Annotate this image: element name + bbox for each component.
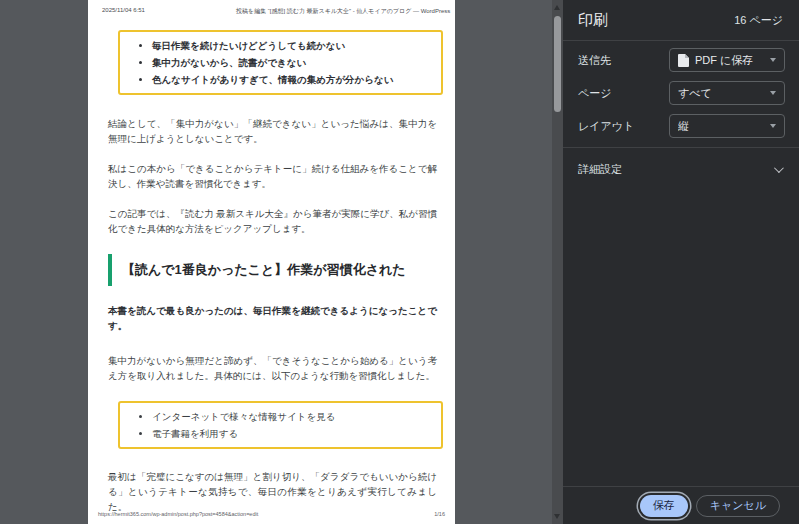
scroll-up-icon[interactable] (554, 5, 560, 10)
pages-value: すべて (678, 86, 770, 101)
panel-footer: 保存 キャンセル (563, 486, 799, 524)
list-item: 毎日作業を続けたいけどどうしても続かない (152, 37, 433, 54)
preview-scrollbar[interactable] (552, 0, 563, 524)
save-button[interactable]: 保存 (640, 495, 688, 517)
destination-row: 送信先 PDF に保存 (578, 48, 785, 72)
print-page-header: 2025/11/04 6:51 投稿を編集 “[感想] 読む力 最新スキル大全”… (88, 0, 455, 26)
panel-header: 印刷 16 ページ (563, 0, 799, 41)
destination-value: PDF に保存 (695, 53, 770, 68)
paragraph: この記事では、『読む力 最新スキル大全』から筆者が実際に学び、私が習慣化できた具… (108, 206, 437, 236)
pages-dropdown[interactable]: すべて (669, 81, 785, 105)
scroll-down-icon[interactable] (554, 514, 560, 519)
more-settings-label: 詳細設定 (578, 162, 622, 177)
pages-label: ページ (578, 86, 612, 101)
scrollbar-thumb[interactable] (554, 16, 561, 112)
document-page: 2025/11/04 6:51 投稿を編集 “[感想] 読む力 最新スキル大全”… (88, 0, 455, 524)
section-heading: 【読んで1番良かったこと】作業が習慣化された (108, 254, 437, 286)
print-settings-panel: 印刷 16 ページ 送信先 PDF に保存 ページ すべて (563, 0, 799, 524)
pages-row: ページ すべて (578, 81, 785, 105)
panel-title: 印刷 (578, 11, 608, 30)
destination-dropdown[interactable]: PDF に保存 (669, 48, 785, 72)
paragraph: 結論として、「集中力がない」「継続できない」といった悩みは、集中力を無理に上げよ… (108, 116, 437, 146)
lead-sentence: 本書を読んで最も良かったのは、毎日作業を継続できるようになったことです。 (108, 303, 437, 333)
dropdown-caret-icon (770, 58, 776, 62)
chevron-down-icon (774, 163, 784, 173)
intro-callout-list: 毎日作業を続けたいけどどうしても続かない 集中力がないから、読書ができない 色ん… (120, 37, 433, 88)
layout-dropdown[interactable]: 縦 (669, 114, 785, 138)
habit-callout-list: インターネットで様々な情報サイトを見る 電子書籍を利用する (120, 408, 433, 442)
destination-label: 送信先 (578, 53, 611, 68)
dropdown-caret-icon (770, 91, 776, 95)
list-item: 電子書籍を利用する (152, 425, 433, 442)
print-dialog-window: 2025/11/04 6:51 投稿を編集 “[感想] 読む力 最新スキル大全”… (0, 0, 799, 524)
layout-label: レイアウト (578, 119, 634, 134)
list-item: インターネットで様々な情報サイトを見る (152, 408, 433, 425)
cancel-button[interactable]: キャンセル (696, 495, 780, 517)
list-item: 色んなサイトがありすぎて、情報の集め方が分からない (152, 71, 433, 88)
print-footer-url: https://hermit365.com/wp-admin/post.php?… (98, 511, 258, 517)
habit-callout-box: インターネットで様々な情報サイトを見る 電子書籍を利用する (118, 401, 443, 449)
dropdown-caret-icon (770, 124, 776, 128)
print-header-title: 投稿を編集 “[感想] 読む力 最新スキル大全” - 仙人モイアのブログ — W… (236, 7, 450, 16)
intro-callout-box: 毎日作業を続けたいけどどうしても続かない 集中力がないから、読書ができない 色ん… (118, 30, 443, 95)
paragraph: 集中力がないから無理だと諦めず、「できそうなことから始める」という考え方を取り入… (108, 353, 437, 383)
list-item: 集中力がないから、読書ができない (152, 54, 433, 71)
print-preview-area: 2025/11/04 6:51 投稿を編集 “[感想] 読む力 最新スキル大全”… (0, 0, 563, 524)
paragraph: 最初は「完璧にこなすのは無理」と割り切り、「ダラダラでもいいから続ける」というテ… (108, 469, 437, 514)
paragraph: 私はこの本から「できることからテキトーに」続ける仕組みを作ることで解決し、作業や… (108, 161, 437, 191)
layout-value: 縦 (678, 119, 770, 134)
print-header-date: 2025/11/04 6:51 (102, 7, 145, 13)
layout-row: レイアウト 縦 (578, 114, 785, 138)
sheet-count: 16 ページ (734, 13, 783, 28)
print-page-footer: https://hermit365.com/wp-admin/post.php?… (98, 511, 445, 517)
pdf-file-icon (678, 54, 689, 67)
settings-rows: 送信先 PDF に保存 ページ すべて レイアウト (563, 41, 799, 138)
print-footer-page-number: 1/16 (434, 511, 445, 517)
more-settings-toggle[interactable]: 詳細設定 (563, 148, 799, 191)
